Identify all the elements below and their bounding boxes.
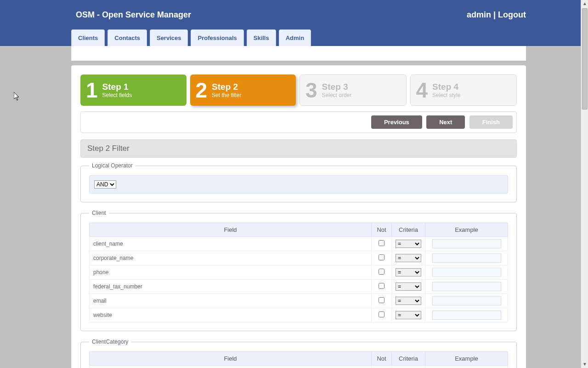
nav-tab-skills[interactable]: Skills	[247, 29, 276, 46]
example-input[interactable]	[432, 282, 501, 291]
col-header-field: Field	[90, 352, 372, 366]
field-cell: email	[90, 294, 372, 308]
next-button[interactable]: Next	[426, 115, 465, 129]
criteria-select[interactable]: =	[396, 282, 421, 291]
wizard-step-num: 4	[416, 80, 428, 101]
logout-link[interactable]: Logout	[498, 10, 526, 19]
wizard-step-subtitle: Select order	[322, 92, 352, 98]
logical-operator-legend: Logical Operator	[89, 162, 136, 169]
wizard-step-title: Step 3	[322, 82, 352, 92]
example-input[interactable]	[432, 310, 501, 320]
logical-operator-fieldset: Logical Operator AND	[80, 162, 517, 202]
user-area: admin | Logout	[467, 10, 526, 20]
table-row: phone =	[90, 265, 508, 280]
filter-group-clientcategory: ClientCategory Field Not Criteria Exampl…	[80, 339, 517, 368]
table-row: client_name =	[90, 237, 508, 251]
wizard-step-subtitle: Select style	[432, 92, 460, 98]
wizard-step-3[interactable]: 3 Step 3 Select order	[300, 75, 407, 106]
wizard-step-subtitle: Select fields	[102, 92, 132, 98]
wizard-step-num: 2	[196, 80, 208, 101]
user-link[interactable]: admin	[467, 10, 491, 19]
col-header-field: Field	[90, 223, 372, 237]
not-checkbox[interactable]	[379, 254, 384, 260]
field-cell: federal_tax_number	[90, 280, 372, 294]
nav-tabs: Clients Contacts Services Professionals …	[71, 29, 311, 46]
wizard-step-4[interactable]: 4 Step 4 Select style	[410, 75, 517, 106]
nav-tab-professionals[interactable]: Professionals	[191, 29, 243, 46]
wizard-step-num: 3	[305, 80, 317, 101]
wizard-step-2[interactable]: 2 Step 2 Set the filter	[190, 75, 296, 106]
filter-table: Field Not Criteria Example client_name =	[89, 223, 508, 322]
field-cell: phone	[90, 265, 372, 280]
col-header-not: Not	[372, 223, 392, 237]
criteria-select[interactable]: =	[396, 297, 421, 305]
criteria-select[interactable]: =	[396, 240, 421, 248]
not-checkbox[interactable]	[379, 240, 384, 246]
filter-group-legend: ClientCategory	[89, 339, 131, 345]
not-checkbox[interactable]	[379, 283, 384, 289]
app-title: OSM - Open Service Manager	[76, 10, 191, 20]
vertical-scrollbar[interactable]: ▲ ▼	[581, 0, 588, 368]
col-header-not: Not	[372, 352, 392, 366]
wizard-step-title: Step 4	[432, 82, 460, 92]
not-checkbox[interactable]	[379, 269, 384, 275]
example-input[interactable]	[432, 296, 501, 305]
field-cell: client_category_desc	[90, 366, 372, 368]
table-row: corporate_name =	[90, 251, 508, 265]
wizard-step-title: Step 2	[212, 82, 241, 92]
table-row: client_category_desc =	[90, 366, 508, 368]
finish-button: Finish	[469, 115, 513, 129]
nav-tab-clients[interactable]: Clients	[71, 29, 105, 46]
example-input[interactable]	[432, 253, 501, 263]
cursor-icon	[14, 92, 21, 104]
table-row: website =	[90, 308, 508, 322]
table-row: email =	[90, 294, 508, 308]
user-separator: |	[493, 10, 496, 19]
filter-group-client: Client Field Not Criteria Example client…	[80, 210, 517, 331]
wizard-steps: 1 Step 1 Select fields 2 Step 2 Set the …	[80, 75, 517, 106]
col-header-example: Example	[425, 223, 508, 237]
filter-table: Field Not Criteria Example client_catego…	[89, 351, 508, 368]
nav-tab-contacts[interactable]: Contacts	[107, 29, 147, 46]
example-input[interactable]	[432, 268, 501, 277]
criteria-select[interactable]: =	[396, 311, 421, 319]
scrollbar-thumb[interactable]	[582, 8, 588, 109]
example-input[interactable]	[432, 239, 501, 248]
main-panel: 1 Step 1 Select fields 2 Step 2 Set the …	[71, 65, 526, 368]
wizard-step-subtitle: Set the filter	[212, 92, 241, 98]
wizard-step-title: Step 1	[102, 82, 132, 92]
field-cell: client_name	[90, 237, 372, 251]
wizard-step-1[interactable]: 1 Step 1 Select fields	[80, 75, 187, 106]
logical-operator-select[interactable]: AND	[94, 180, 116, 189]
wizard-action-bar: Previous Next Finish	[80, 111, 517, 133]
not-checkbox[interactable]	[379, 311, 384, 317]
previous-button[interactable]: Previous	[371, 115, 422, 129]
step-title: Step 2 Filter	[80, 139, 517, 158]
not-checkbox[interactable]	[379, 297, 384, 303]
table-row: federal_tax_number =	[90, 280, 508, 294]
col-header-example: Example	[425, 352, 508, 366]
criteria-select[interactable]: =	[396, 254, 421, 262]
wizard-step-num: 1	[86, 80, 98, 101]
col-header-criteria: Criteria	[392, 352, 425, 366]
content-strip	[71, 46, 526, 61]
col-header-criteria: Criteria	[392, 223, 425, 237]
nav-tab-admin[interactable]: Admin	[279, 29, 311, 46]
scroll-down-icon[interactable]: ▼	[581, 361, 588, 368]
field-cell: corporate_name	[90, 251, 372, 265]
criteria-select[interactable]: =	[396, 268, 421, 276]
header-bar: OSM - Open Service Manager admin | Logou…	[0, 0, 581, 46]
scroll-up-icon[interactable]: ▲	[581, 0, 588, 7]
nav-tab-services[interactable]: Services	[150, 29, 188, 46]
filter-group-legend: Client	[89, 210, 109, 216]
field-cell: website	[90, 308, 372, 322]
